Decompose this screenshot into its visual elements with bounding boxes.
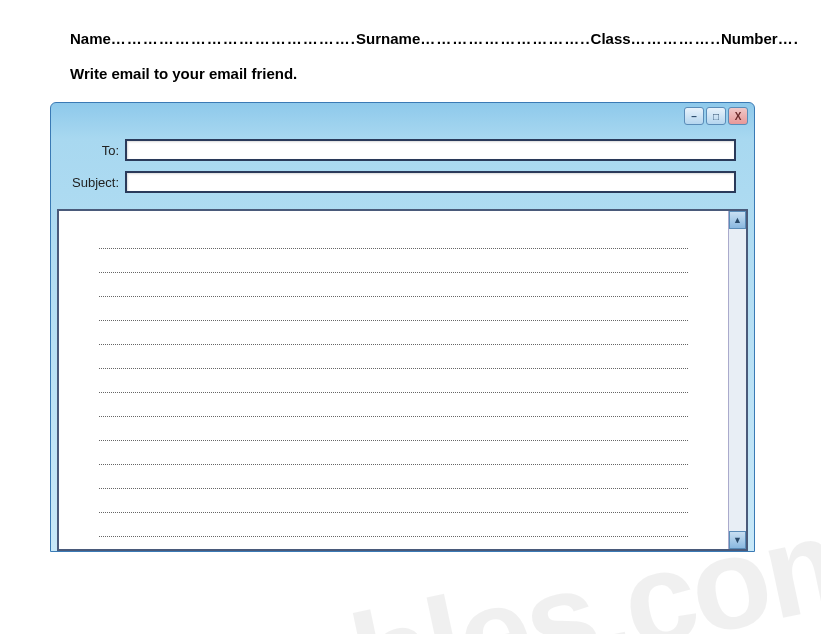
email-header-fields: To: Subject:: [51, 129, 754, 209]
writing-line[interactable]: [99, 417, 688, 441]
scroll-up-button[interactable]: ▲: [729, 211, 746, 229]
minimize-button[interactable]: –: [684, 107, 704, 125]
scroll-down-button[interactable]: ▼: [729, 531, 746, 549]
writing-line[interactable]: [99, 369, 688, 393]
writing-line[interactable]: [99, 489, 688, 513]
minimize-icon: –: [691, 111, 697, 122]
subject-row: Subject:: [69, 171, 736, 193]
email-body-area[interactable]: [59, 211, 728, 549]
writing-line[interactable]: [99, 297, 688, 321]
writing-line[interactable]: [99, 345, 688, 369]
window-titlebar: – □ X: [51, 103, 754, 129]
subject-label: Subject:: [69, 175, 125, 190]
close-button[interactable]: X: [728, 107, 748, 125]
arrow-up-icon: ▲: [733, 215, 742, 225]
writing-line[interactable]: [99, 321, 688, 345]
writing-line[interactable]: [99, 465, 688, 489]
writing-line[interactable]: [99, 249, 688, 273]
surname-label: Surname: [356, 30, 420, 47]
name-blank[interactable]: ……………………………………….: [111, 30, 356, 47]
close-icon: X: [735, 111, 742, 122]
maximize-button[interactable]: □: [706, 107, 726, 125]
email-body-container: ▲ ▼: [57, 209, 748, 551]
email-window: – □ X To: Subject: ▲ ▼: [50, 102, 755, 552]
class-blank[interactable]: ……………..: [631, 30, 721, 47]
to-row: To:: [69, 139, 736, 161]
writing-line[interactable]: [99, 393, 688, 417]
number-label: Number: [721, 30, 778, 47]
to-input[interactable]: [125, 139, 736, 161]
writing-line[interactable]: [99, 513, 688, 537]
instruction-text: Write email to your email friend.: [70, 65, 751, 82]
maximize-icon: □: [713, 111, 719, 122]
name-label: Name: [70, 30, 111, 47]
class-label: Class: [591, 30, 631, 47]
subject-input[interactable]: [125, 171, 736, 193]
student-info-line: Name……………………………………….Surname…………………………..C…: [70, 30, 751, 47]
writing-line[interactable]: [99, 273, 688, 297]
writing-line[interactable]: [99, 225, 688, 249]
writing-line[interactable]: [99, 441, 688, 465]
to-label: To:: [69, 143, 125, 158]
number-blank[interactable]: ….: [778, 30, 799, 47]
arrow-down-icon: ▼: [733, 535, 742, 545]
scrollbar[interactable]: ▲ ▼: [728, 211, 746, 549]
surname-blank[interactable]: …………………………..: [420, 30, 590, 47]
